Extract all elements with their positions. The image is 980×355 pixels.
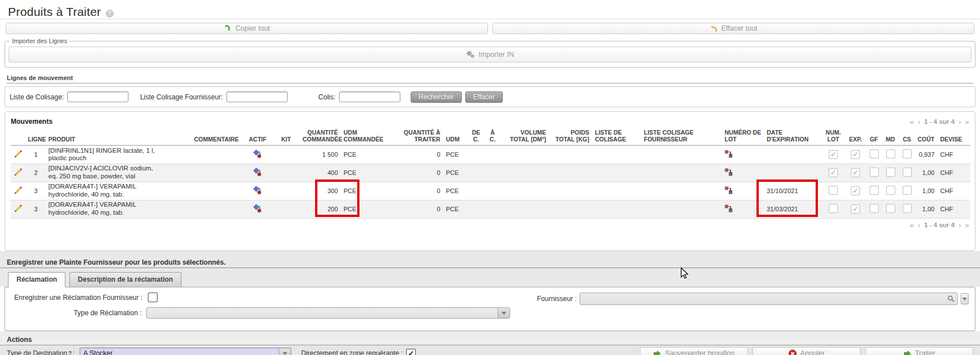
cell-numero-lot bbox=[722, 182, 764, 200]
cell-exp-flag: ✓ bbox=[845, 145, 866, 164]
cell-exp-flag: ✓ bbox=[845, 164, 866, 182]
cell-poids-total bbox=[549, 200, 593, 218]
edit-pencil-icon[interactable] bbox=[14, 150, 22, 158]
destination-select[interactable]: A Stocker bbox=[80, 348, 291, 355]
first-page-icon[interactable]: « bbox=[909, 221, 913, 229]
clear-button[interactable]: Effacer bbox=[465, 91, 503, 103]
num-lot-checkbox: ✓ bbox=[829, 150, 838, 159]
process-button[interactable]: Traiter bbox=[865, 347, 973, 355]
num-lot-checkbox bbox=[829, 186, 838, 195]
column-header: POIDS TOTAL [KG] bbox=[549, 128, 593, 145]
cell-poids-total bbox=[549, 145, 593, 164]
column-header: PRODUIT bbox=[46, 128, 189, 145]
movements-header-row: LIGNEPRODUITCOMMENTAIREACTIFKITQUANTITÉ … bbox=[11, 128, 970, 145]
cell-date-expiration: 31/10/2021 bbox=[764, 182, 821, 200]
package-input[interactable] bbox=[339, 91, 400, 102]
assign-lot-icon[interactable] bbox=[725, 168, 733, 176]
exp-checkbox: ✓ bbox=[851, 186, 860, 195]
cell-quantite-commandee: 400 bbox=[300, 164, 341, 182]
column-header: EXP. bbox=[845, 128, 866, 145]
cell-liste-colisage bbox=[593, 200, 642, 218]
cell-quantite-a-traiter: 0 bbox=[398, 145, 444, 164]
cell-produit: [DORAVERA4T-] VERAPAMIL hydrochloride, 4… bbox=[46, 200, 189, 218]
packing-list-input[interactable] bbox=[67, 91, 129, 102]
cell-gf-flag bbox=[866, 182, 882, 200]
cell-quantite-commandee: 200 bbox=[300, 200, 341, 218]
pager-text: 1 - 4 sur 4 bbox=[924, 118, 955, 125]
table-row: 3 [DORAVERA4T-] VERAPAMIL hydrochloride,… bbox=[11, 182, 970, 200]
last-page-icon[interactable]: » bbox=[965, 118, 969, 126]
gf-checkbox bbox=[870, 186, 879, 195]
cell-num-lot-flag bbox=[821, 200, 845, 218]
destination-help-icon[interactable]: ? bbox=[68, 350, 72, 355]
cell-actif bbox=[243, 200, 272, 218]
cell-gf-flag bbox=[866, 145, 882, 164]
pager-text: 1 - 4 sur 4 bbox=[924, 222, 955, 228]
cell-kit bbox=[272, 164, 300, 182]
cell-ligne: 3 bbox=[26, 200, 46, 218]
complaint-section-title: Enregistrer une Plainte Fournisseur pour… bbox=[0, 251, 980, 268]
active-status-icon bbox=[253, 149, 262, 158]
destination-selected-value: A Stocker bbox=[84, 349, 113, 355]
assign-lot-icon[interactable] bbox=[725, 204, 733, 212]
tab-reclamation[interactable]: Réclamation bbox=[8, 272, 65, 287]
register-complaint-checkbox[interactable] bbox=[148, 293, 158, 302]
direct-zone-checkbox[interactable]: ✓ bbox=[406, 349, 416, 355]
next-page-icon[interactable]: › bbox=[958, 221, 961, 229]
search-button[interactable]: Rechercher bbox=[411, 91, 462, 103]
cell-udm: PCE bbox=[444, 182, 468, 200]
cell-actif bbox=[243, 164, 272, 182]
column-header: COMMENTAIRE bbox=[189, 128, 243, 145]
cell-devise: CHF bbox=[938, 164, 970, 182]
next-page-icon[interactable]: › bbox=[958, 118, 961, 126]
column-header: DEVISE bbox=[938, 128, 970, 145]
complaint-tabs: Réclamation Description de la réclamatio… bbox=[0, 268, 980, 287]
import-lines-legend: Importer des Lignes bbox=[10, 37, 69, 44]
chevron-down-icon bbox=[283, 352, 287, 355]
edit-pencil-icon[interactable] bbox=[14, 204, 22, 212]
assign-lot-icon[interactable] bbox=[725, 150, 733, 158]
search-icon bbox=[947, 295, 955, 303]
cell-cs-flag bbox=[899, 200, 915, 218]
copy-all-button[interactable]: Copier tout bbox=[6, 23, 488, 34]
cell-commentaire bbox=[189, 164, 243, 182]
cell-produit: [DINFRINL1N1] RINGER lactate, 1 l, plast… bbox=[46, 145, 189, 164]
cell-quantite-a-traiter: 0 bbox=[398, 200, 444, 218]
save-draft-button[interactable]: Sauvegarder brouillon bbox=[640, 347, 748, 355]
cell-date-expiration bbox=[764, 164, 821, 182]
destination-dropdown-button[interactable] bbox=[279, 348, 291, 355]
help-icon[interactable]: ? bbox=[106, 10, 114, 18]
first-page-icon[interactable]: « bbox=[909, 118, 913, 126]
cell-cout: 0,937 bbox=[915, 145, 938, 164]
edit-pencil-icon[interactable] bbox=[14, 168, 22, 176]
tab-description-reclamation[interactable]: Description de la réclamation bbox=[69, 272, 181, 287]
column-header: CS bbox=[899, 128, 915, 145]
gears-icon bbox=[466, 50, 475, 59]
actions-bar: Type de Destination ? : A Stocker Direct… bbox=[0, 345, 980, 355]
cell-devise: CHF bbox=[938, 145, 970, 164]
cell-date-expiration bbox=[764, 145, 821, 164]
table-row: 1 [DINFRINL1N1] RINGER lactate, 1 l, pla… bbox=[11, 145, 970, 164]
last-page-icon[interactable]: » bbox=[965, 221, 969, 229]
cell-ligne: 1 bbox=[26, 145, 46, 164]
supplier-label: Fournisseur : bbox=[537, 295, 577, 303]
prev-page-icon[interactable]: ‹ bbox=[917, 118, 920, 126]
cell-edit bbox=[11, 145, 26, 164]
supplier-packing-list-label: Liste Colisage Fournisseur: bbox=[140, 93, 222, 101]
prev-page-icon[interactable]: ‹ bbox=[917, 221, 920, 229]
column-header bbox=[11, 128, 26, 145]
cell-kit bbox=[272, 145, 300, 164]
clear-all-button[interactable]: Effacer tout bbox=[493, 23, 975, 34]
cell-quantite-a-traiter: 0 bbox=[398, 164, 444, 182]
cell-liste-colisage bbox=[593, 145, 642, 164]
process-label: Traiter bbox=[915, 349, 936, 355]
cell-num-lot-flag: ✓ bbox=[821, 145, 845, 164]
cancel-button[interactable]: Annuler bbox=[752, 347, 861, 355]
supplier-packing-list-input[interactable] bbox=[226, 91, 288, 102]
movements-panel: Mouvements « ‹ 1 - 4 sur 4 › » LIGNEPROD… bbox=[5, 111, 975, 251]
complaint-type-select bbox=[146, 307, 510, 319]
column-header: DE C. bbox=[468, 128, 485, 145]
assign-lot-icon[interactable] bbox=[725, 186, 733, 194]
import-in-button[interactable]: Importer IN bbox=[9, 47, 971, 62]
edit-pencil-icon[interactable] bbox=[14, 186, 22, 194]
